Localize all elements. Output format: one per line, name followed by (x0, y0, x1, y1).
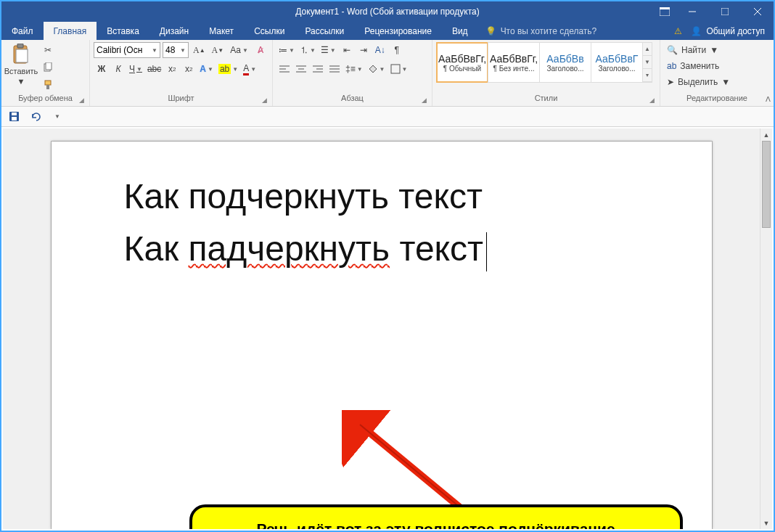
paste-button[interactable]: Вставить ▼ (5, 42, 37, 87)
decrease-indent-button[interactable]: ⇤ (339, 42, 355, 58)
italic-button[interactable]: К (110, 61, 126, 77)
maximize-button[interactable] (708, 1, 741, 22)
group-label-editing: Редактирование (686, 94, 747, 102)
tab-layout[interactable]: Макет (199, 22, 244, 40)
show-marks-button[interactable]: ¶ (389, 42, 405, 58)
style-heading1[interactable]: АаБбВв Заголово... (539, 42, 591, 83)
tab-file[interactable]: Файл (1, 22, 44, 40)
bullets-button[interactable]: ≔▼ (276, 42, 297, 58)
close-button[interactable] (741, 1, 774, 22)
scroll-up[interactable]: ▲ (760, 128, 772, 141)
style-normal[interactable]: АаБбВвГг, ¶ Обычный (436, 42, 488, 83)
superscript-button[interactable]: x2 (181, 61, 197, 77)
select-button[interactable]: ➤Выделить▼ (664, 74, 733, 90)
align-center-icon (296, 65, 306, 73)
svg-rect-8 (16, 49, 28, 62)
svg-rect-12 (46, 85, 49, 89)
bullets-icon: ≔ (279, 45, 287, 55)
multilevel-icon: ☰ (321, 45, 329, 55)
line-spacing-button[interactable]: ‡≡▼ (343, 61, 365, 77)
sort-button[interactable]: A↓ (372, 42, 388, 58)
tab-mailings[interactable]: Рассылки (295, 22, 354, 40)
style-heading2[interactable]: АаБбВвГ Заголово... (591, 42, 643, 83)
tab-review[interactable]: Рецензирование (354, 22, 442, 40)
scroll-thumb[interactable] (762, 141, 771, 228)
clear-formatting-button[interactable]: A̷ (253, 42, 268, 58)
styles-gallery[interactable]: АаБбВвГг, ¶ Обычный АаБбВвГг, ¶ Без инте… (436, 42, 652, 83)
document-scroll[interactable]: Как подчеркнуть текст Как падчеркнуть те… (3, 128, 760, 529)
grow-font-button[interactable]: A▲ (191, 42, 208, 58)
tab-design[interactable]: Дизайн (149, 22, 199, 40)
tell-me[interactable]: 💡 (485, 22, 617, 40)
scroll-down[interactable]: ▼ (760, 517, 772, 529)
chevron-down-icon[interactable]: ▼ (643, 56, 652, 69)
repeat-button[interactable] (28, 109, 44, 125)
styles-scroll[interactable]: ▲ ▼ ▾ (642, 42, 652, 83)
vertical-scrollbar[interactable]: ▲ ▼ (760, 128, 772, 529)
cut-button[interactable]: ✂ (40, 42, 56, 58)
svg-rect-10 (46, 62, 52, 70)
highlight-button[interactable]: ab▼ (216, 61, 240, 77)
font-name-select[interactable]: Calibri (Осн▼ (94, 42, 160, 58)
tab-references[interactable]: Ссылки (244, 22, 295, 40)
text-line-1[interactable]: Как подчеркнуть текст (124, 174, 639, 219)
qat-customize[interactable]: ▼ (49, 109, 65, 125)
shrink-font-button[interactable]: A▼ (210, 42, 226, 58)
text-effects-button[interactable]: A▼ (197, 61, 216, 77)
find-button[interactable]: 🔍Найти▼ (664, 42, 721, 58)
subscript-button[interactable]: x2 (164, 61, 180, 77)
bucket-icon (368, 64, 378, 74)
group-styles: АаБбВвГг, ¶ Обычный АаБбВвГг, ¶ Без инте… (432, 40, 660, 106)
tab-view[interactable]: Вид (442, 22, 478, 40)
font-size-select[interactable]: 48▼ (163, 42, 189, 58)
ribbon-display-options[interactable] (654, 1, 676, 22)
tab-home[interactable]: Главная (44, 22, 97, 40)
change-case-button[interactable]: Aa▼ (228, 42, 250, 58)
spelling-error[interactable]: падчеркнуть (189, 229, 390, 268)
share-button[interactable]: ⚠ 👤 Общий доступ (665, 22, 774, 40)
text-line-2[interactable]: Как падчеркнуть текст (124, 226, 639, 271)
replace-button[interactable]: abЗаменить (664, 58, 722, 74)
dialog-launcher-icon[interactable]: ◢ (649, 97, 655, 104)
search-icon: 🔍 (667, 45, 678, 55)
align-center-button[interactable] (293, 61, 309, 77)
svg-line-30 (360, 425, 465, 512)
replace-icon: ab (667, 61, 676, 71)
style-no-spacing[interactable]: АаБбВвГг, ¶ Без инте... (488, 42, 540, 83)
bold-button[interactable]: Ж (94, 61, 110, 77)
font-color-button[interactable]: A▼ (241, 61, 258, 77)
align-left-button[interactable] (276, 61, 292, 77)
page[interactable]: Как подчеркнуть текст Как падчеркнуть те… (52, 142, 712, 529)
chevron-down-icon: ▼ (54, 113, 60, 120)
dialog-launcher-icon[interactable]: ◢ (422, 97, 427, 104)
tell-me-input[interactable] (501, 26, 617, 36)
borders-button[interactable]: ▼ (388, 61, 410, 77)
tab-insert[interactable]: Вставка (97, 22, 149, 40)
save-icon (9, 111, 20, 122)
copy-button[interactable] (40, 60, 56, 75)
redo-icon (30, 111, 41, 122)
multilevel-button[interactable]: ☰▼ (319, 42, 338, 58)
shading-button[interactable]: ▼ (366, 61, 388, 77)
collapse-ribbon-button[interactable]: ᐱ (766, 95, 771, 103)
ribbon-tabs: Файл Главная Вставка Дизайн Макет Ссылки… (1, 22, 774, 40)
align-right-button[interactable] (310, 61, 326, 77)
ribbon: Вставить ▼ ✂ Буфер обмена◢ Calibri (Осн▼… (1, 40, 774, 107)
paste-label: Вставить (4, 67, 38, 75)
chevron-up-icon[interactable]: ▲ (643, 43, 652, 56)
borders-icon (390, 64, 401, 74)
annotation-callout: Речь идёт вот за эту волнистое подчёркив… (189, 504, 683, 529)
dialog-launcher-icon[interactable]: ◢ (79, 97, 84, 104)
minimize-button[interactable] (676, 1, 708, 22)
format-painter-button[interactable] (40, 77, 56, 93)
paste-icon (11, 44, 31, 65)
justify-button[interactable] (327, 61, 343, 77)
save-button[interactable] (6, 109, 22, 125)
dialog-launcher-icon[interactable]: ◢ (262, 97, 267, 104)
strikethrough-button[interactable]: abc (145, 61, 163, 77)
numbering-button[interactable]: ⒈▼ (298, 42, 318, 58)
underline-button[interactable]: Ч▼ (127, 61, 144, 77)
increase-indent-button[interactable]: ⇥ (356, 42, 372, 58)
group-paragraph: ≔▼ ⒈▼ ☰▼ ⇤ ⇥ A↓ ¶ ‡≡▼ ▼ ▼ Абзац◢ (273, 40, 432, 106)
expand-gallery-icon[interactable]: ▾ (643, 69, 652, 82)
